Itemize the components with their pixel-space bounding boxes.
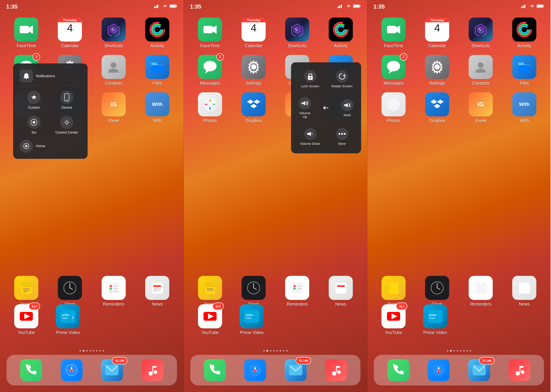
files-icon[interactable]: Files [140, 55, 175, 86]
more-text: More [338, 142, 346, 146]
svg-marker-112 [302, 101, 305, 105]
svg-point-164 [435, 64, 440, 70]
s2-dropbox[interactable]: Dropbox [236, 92, 271, 123]
s2-shortcuts-img [285, 17, 309, 42]
s3-clock[interactable]: Clock [420, 276, 455, 307]
s3-settings[interactable]: Settings [420, 55, 455, 86]
svg-rect-129 [292, 283, 303, 294]
svg-point-36 [33, 121, 35, 124]
s2-clock[interactable]: Clock [236, 276, 271, 307]
activity-icon[interactable]: Activity [140, 17, 175, 48]
dot-7 [99, 350, 101, 351]
contacts-icon[interactable]: Contacts [96, 55, 131, 86]
control-center-text: Control Center [55, 131, 78, 134]
s3-facetime[interactable]: FaceTime [376, 17, 411, 48]
s2-calendar[interactable]: Thursday4 Calendar [236, 17, 271, 48]
music-dock-icon[interactable] [141, 359, 163, 381]
safari-dock-icon[interactable] [61, 359, 83, 381]
s3-reminders[interactable]: Reminders [463, 276, 498, 307]
wifi-icon-2 [346, 4, 351, 9]
youtube-icon[interactable]: 317 YouTube [9, 304, 44, 335]
notes-icon[interactable]: Notes [9, 276, 44, 307]
dot-8 [102, 350, 104, 351]
cal-header: Thursday [58, 17, 82, 22]
s2-facetime[interactable]: FaceTime [193, 17, 228, 48]
igeek-icon[interactable]: iG iGeek [96, 92, 131, 123]
signal-icon-3 [521, 4, 528, 9]
siri-menu-item[interactable]: Siri [17, 113, 50, 138]
svg-rect-148 [336, 366, 340, 368]
notifications-icon-menu[interactable] [20, 70, 33, 83]
s2-music-dock[interactable] [325, 359, 347, 381]
clock-icon[interactable]: Clock [52, 276, 87, 307]
s3-safari-dock[interactable] [428, 359, 450, 381]
svg-point-57 [110, 288, 112, 290]
home-icon-menu[interactable] [20, 140, 33, 153]
s2-youtube[interactable]: 317YouTube [193, 304, 228, 335]
device-text: Device [62, 106, 72, 110]
news-icon[interactable]: News [140, 276, 175, 307]
dot-1 [80, 350, 81, 351]
shortcuts-icon[interactable]: Shortcuts [96, 17, 131, 48]
svg-rect-5 [170, 5, 176, 7]
custom-menu-item[interactable]: Custom [17, 88, 50, 113]
s3-news[interactable]: News [507, 276, 542, 307]
s2-notes[interactable]: Notes [193, 276, 228, 307]
s3-prime[interactable]: primevideoPrime Video [418, 304, 453, 335]
mail-dock-icon[interactable]: 33,199 [101, 359, 123, 381]
calendar-icon[interactable]: Thursday 4 Calendar [52, 17, 87, 48]
reminders-icon[interactable]: Reminders [96, 276, 131, 307]
s3-youtube[interactable]: 317YouTube [376, 304, 411, 335]
volume-down-item[interactable]: Volume Down [295, 124, 325, 149]
svg-marker-106 [247, 99, 254, 104]
s3-phone-dock[interactable] [387, 359, 409, 381]
svg-point-81 [154, 370, 157, 374]
s2-safari-dock[interactable] [244, 359, 266, 381]
s2-news[interactable]: News [323, 276, 358, 307]
s3-messages[interactable]: 2Messages [376, 55, 411, 86]
s2-reminders[interactable]: Reminders [280, 276, 315, 307]
s3-notes[interactable]: Notes [376, 276, 411, 307]
s3-files[interactable]: Files [507, 55, 542, 86]
s2-facetime-label: FaceTime [200, 43, 220, 48]
s2-settings[interactable]: Settings [236, 55, 271, 86]
with-icon[interactable]: With With [140, 92, 175, 123]
s2-messages[interactable]: 2 Messages [193, 55, 228, 86]
facetime-icon[interactable]: FaceTime [9, 17, 44, 48]
prime-video-icon[interactable]: primevideo Prime Video [50, 304, 85, 335]
s2-mail-dock[interactable]: 33,199 [285, 359, 307, 381]
s3-dropbox[interactable]: Dropbox [420, 92, 455, 123]
rotate-screen-item[interactable]: Rotate Screen [327, 67, 357, 91]
lock-screen-item[interactable]: Lock Screen [295, 67, 325, 91]
svg-rect-33 [65, 94, 69, 101]
phone-dock-icon[interactable] [20, 359, 42, 381]
s3-igeek[interactable]: iGiGeek [463, 92, 498, 123]
device-menu-item[interactable]: Device [50, 88, 83, 113]
svg-rect-154 [537, 5, 543, 7]
s2-phone-dock[interactable] [204, 359, 226, 381]
s2-shortcuts[interactable]: Shortcuts [280, 17, 315, 48]
s3-contacts-img [469, 55, 493, 79]
s3-mail-dock[interactable]: 33,199 [468, 359, 490, 381]
s3-calendar[interactable]: Thursday4Calendar [420, 17, 455, 48]
s3-activity[interactable]: Activity [507, 17, 542, 48]
s3-music-dock[interactable] [508, 359, 530, 381]
svg-point-99 [251, 64, 256, 70]
s2-prime[interactable]: primevideoPrime Video [234, 304, 269, 335]
s3-contacts[interactable]: Contacts [463, 55, 498, 86]
svg-point-16 [111, 62, 116, 68]
s3-files-img [512, 55, 536, 79]
s2-activity[interactable]: Activity [323, 17, 358, 48]
s3-shortcuts[interactable]: Shortcuts [463, 17, 498, 48]
volume-up-item[interactable]: Volume Up [295, 94, 314, 122]
s3-photos[interactable]: Photos [376, 92, 411, 123]
battery-icon-2 [353, 4, 361, 9]
svg-point-110 [310, 77, 311, 78]
more-icon [336, 128, 348, 140]
s2-photos[interactable]: Photos [193, 92, 228, 123]
page-dots-2 [184, 350, 367, 351]
control-center-menu-item[interactable]: Control Center [50, 113, 83, 138]
s3-with[interactable]: WithWith [507, 92, 542, 123]
more-item[interactable]: More [327, 124, 357, 149]
mute-item[interactable]: Mute [338, 96, 357, 120]
